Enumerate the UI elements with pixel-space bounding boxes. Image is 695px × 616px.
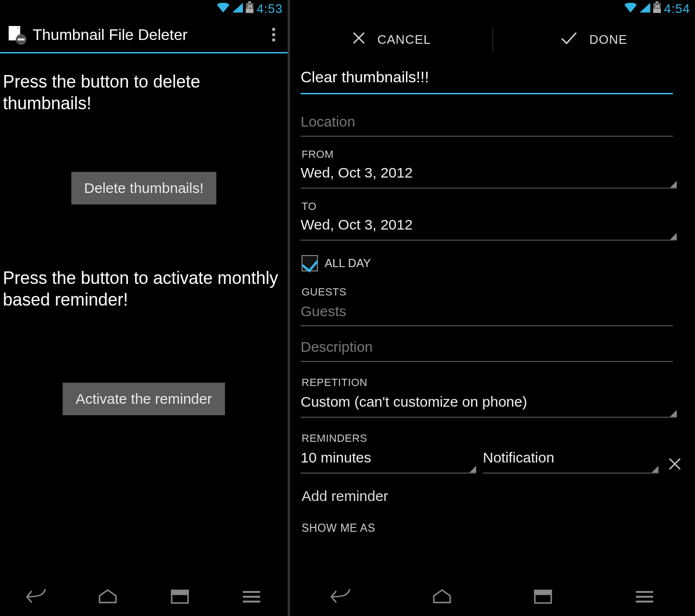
cancel-button[interactable]: CANCEL — [290, 31, 493, 49]
menu-button[interactable] — [235, 587, 268, 606]
recent-apps-button[interactable] — [163, 587, 197, 606]
check-icon — [560, 31, 578, 49]
battery-level: 34 — [247, 4, 252, 9]
screen-thumbnail-deleter: 34 4:53 Thumbnail File Deleter Press the… — [0, 0, 288, 616]
done-label: DONE — [589, 32, 627, 47]
svg-rect-7 — [172, 590, 188, 594]
wifi-icon — [217, 2, 229, 15]
navigation-bar — [0, 578, 288, 616]
guests-label: GUESTS — [302, 286, 683, 298]
all-day-label: ALL DAY — [325, 257, 371, 270]
signal-icon — [232, 2, 243, 15]
home-button[interactable] — [425, 587, 459, 606]
from-label: FROM — [302, 148, 683, 161]
cancel-label: CANCEL — [378, 32, 431, 47]
back-button[interactable] — [19, 587, 53, 606]
guests-input[interactable]: Guests — [301, 300, 673, 326]
svg-rect-19 — [535, 590, 551, 594]
location-input[interactable]: Location — [301, 111, 673, 137]
overflow-menu-icon[interactable] — [266, 25, 281, 44]
cancel-done-bar: CANCEL DONE — [290, 17, 695, 62]
to-label: TO — [302, 200, 683, 213]
event-form: Clear thumbnails!!! Location FROM Wed, O… — [290, 62, 695, 578]
status-bar: 34 4:53 — [0, 0, 288, 17]
show-me-as-label: SHOW ME AS — [302, 522, 683, 535]
close-icon — [352, 31, 366, 49]
navigation-bar — [290, 578, 695, 616]
svg-rect-5 — [18, 38, 25, 40]
reminder-method-spinner[interactable]: Notification — [483, 447, 658, 474]
from-date-spinner[interactable]: Wed, Oct 3, 2012 — [301, 162, 677, 189]
instruction-delete: Press the button to delete thumbnails! — [0, 71, 288, 114]
screen-calendar-event: 34 4:54 CANCEL DONE Clear thumbnails!!! … — [290, 0, 695, 616]
done-button[interactable]: DONE — [493, 31, 695, 49]
repetition-label: REPETITION — [302, 376, 683, 389]
event-title-input[interactable]: Clear thumbnails!!! — [301, 64, 673, 94]
signal-icon — [640, 2, 650, 15]
svg-rect-2 — [246, 9, 253, 13]
add-reminder-button[interactable]: Add reminder — [302, 488, 683, 504]
app-icon — [7, 25, 26, 44]
instruction-reminder: Press the button to activate monthly bas… — [0, 267, 288, 310]
battery-icon: 34 — [653, 1, 661, 16]
svg-rect-0 — [248, 1, 251, 3]
remove-reminder-button[interactable] — [665, 454, 684, 474]
to-date-spinner[interactable]: Wed, Oct 3, 2012 — [301, 214, 677, 241]
description-input[interactable]: Description — [301, 336, 673, 362]
reminders-label: REMINDERS — [302, 432, 683, 445]
menu-button[interactable] — [628, 587, 661, 606]
home-button[interactable] — [91, 587, 125, 606]
delete-thumbnails-button[interactable]: Delete thumbnails! — [71, 172, 216, 205]
all-day-checkbox[interactable] — [302, 255, 318, 271]
repetition-spinner[interactable]: Custom (can't customize on phone) — [301, 391, 677, 418]
battery-level: 34 — [654, 4, 659, 9]
activate-reminder-button[interactable]: Activate the reminder — [63, 383, 225, 415]
reminder-time-spinner[interactable]: 10 minutes — [301, 447, 476, 474]
battery-icon: 34 — [246, 1, 253, 16]
clock: 4:53 — [256, 1, 283, 16]
status-bar: 34 4:54 — [290, 0, 695, 17]
clock: 4:54 — [664, 1, 690, 16]
recent-apps-button[interactable] — [526, 587, 560, 606]
wifi-icon — [624, 2, 637, 15]
app-title: Thumbnail File Deleter — [33, 26, 260, 44]
action-bar: Thumbnail File Deleter — [0, 17, 288, 53]
main-content: Press the button to delete thumbnails! D… — [0, 53, 288, 578]
svg-rect-11 — [656, 1, 658, 3]
svg-rect-13 — [653, 9, 661, 13]
back-button[interactable] — [324, 587, 357, 606]
